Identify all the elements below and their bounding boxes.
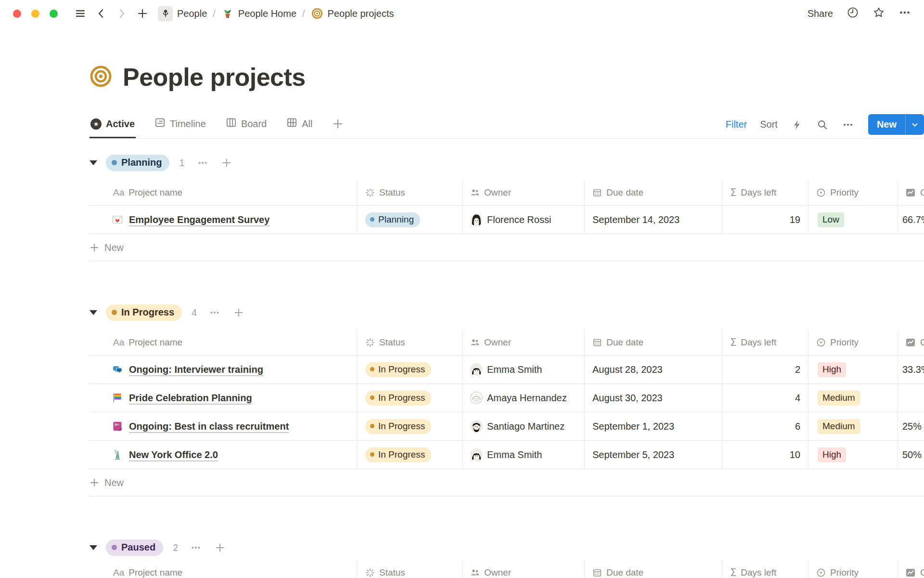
owner-cell[interactable]: Emma Smith bbox=[462, 355, 584, 383]
project-link[interactable]: Employee Engagement Survey bbox=[129, 214, 270, 225]
search-icon[interactable] bbox=[816, 118, 829, 131]
priority-tag[interactable]: Medium bbox=[818, 391, 860, 406]
zoom-button[interactable] bbox=[50, 10, 58, 18]
column-header-name[interactable]: AaProject name bbox=[90, 180, 357, 205]
group-pill-planning[interactable]: Planning bbox=[106, 155, 169, 171]
clock-icon[interactable] bbox=[847, 6, 859, 21]
new-row-button[interactable]: New bbox=[90, 469, 924, 497]
new-button[interactable]: New bbox=[868, 114, 905, 135]
status-cell: In Progress bbox=[357, 441, 462, 469]
project-name-cell: Employee Engagement Survey bbox=[90, 206, 357, 234]
column-header-status[interactable]: Status bbox=[357, 560, 462, 578]
priority-cell: Low bbox=[808, 206, 897, 234]
collapse-triangle-icon[interactable] bbox=[90, 310, 97, 315]
breadcrumb-team[interactable]: People bbox=[177, 8, 207, 19]
column-header-due-date[interactable]: Due date bbox=[584, 180, 722, 205]
group-more-icon[interactable] bbox=[208, 306, 221, 319]
status-pill[interactable]: In Progress bbox=[365, 362, 431, 377]
group-add-icon[interactable] bbox=[214, 541, 226, 554]
column-header-priority[interactable]: Priority bbox=[808, 560, 897, 578]
column-header-name[interactable]: AaProject name bbox=[90, 560, 357, 578]
new-dropdown-icon[interactable] bbox=[905, 114, 924, 135]
close-button[interactable] bbox=[13, 10, 21, 18]
priority-cell: High bbox=[808, 355, 897, 383]
status-pill[interactable]: In Progress bbox=[365, 447, 431, 462]
group-more-icon[interactable] bbox=[190, 541, 202, 554]
group-add-icon[interactable] bbox=[232, 306, 245, 319]
due-date-cell[interactable]: August 30, 2023 bbox=[584, 384, 722, 412]
collapse-triangle-icon[interactable] bbox=[90, 545, 97, 550]
column-header-status[interactable]: Status bbox=[357, 330, 462, 355]
project-link[interactable]: Ongoing: Interviewer training bbox=[129, 364, 263, 375]
column-header-completion[interactable]: Completion bbox=[897, 330, 924, 355]
owner-cell[interactable]: Amaya Hernandez bbox=[462, 384, 584, 412]
priority-tag[interactable]: High bbox=[818, 362, 846, 377]
new-tab-icon[interactable] bbox=[135, 6, 150, 21]
forward-icon[interactable] bbox=[115, 6, 129, 21]
column-header-name[interactable]: AaProject name bbox=[90, 330, 357, 355]
more-options-icon[interactable] bbox=[898, 6, 911, 21]
due-date-cell[interactable]: September 1, 2023 bbox=[584, 412, 722, 440]
filter-button[interactable]: Filter bbox=[726, 119, 747, 130]
column-header-due-date[interactable]: Due date bbox=[584, 560, 722, 578]
page-target-icon[interactable] bbox=[90, 65, 112, 90]
due-date-cell[interactable]: September 14, 2023 bbox=[584, 206, 722, 234]
priority-tag[interactable]: Medium bbox=[818, 419, 860, 434]
status-pill[interactable]: Planning bbox=[365, 212, 420, 227]
tab-board-view[interactable]: Board bbox=[225, 111, 268, 138]
owner-cell[interactable]: Florence Rossi bbox=[462, 206, 584, 234]
column-header-due-date[interactable]: Due date bbox=[584, 330, 722, 355]
star-circle-icon: ★ bbox=[90, 118, 102, 130]
priority-tag[interactable]: High bbox=[818, 447, 846, 462]
favorite-star-icon[interactable] bbox=[873, 6, 885, 21]
new-row-button[interactable]: New bbox=[90, 234, 924, 262]
tab-timeline-view[interactable]: Timeline bbox=[154, 111, 207, 138]
owner-cell[interactable]: Emma Smith bbox=[462, 441, 584, 469]
teamspace-icon[interactable] bbox=[158, 6, 173, 21]
column-header-completion[interactable]: Completion bbox=[897, 560, 924, 578]
add-view-icon[interactable] bbox=[331, 111, 345, 138]
status-pill[interactable]: In Progress bbox=[365, 391, 431, 406]
group-pill-in-progress[interactable]: In Progress bbox=[106, 304, 182, 321]
breadcrumb-home[interactable]: People Home bbox=[238, 8, 296, 19]
automation-bolt-icon[interactable] bbox=[791, 118, 803, 131]
tab-all-view[interactable]: All bbox=[285, 111, 313, 138]
column-header-owner[interactable]: Owner bbox=[462, 180, 584, 205]
column-header-priority[interactable]: Priority bbox=[808, 180, 897, 205]
love-letter-icon bbox=[112, 214, 123, 225]
column-header-priority[interactable]: Priority bbox=[808, 330, 897, 355]
column-header-status[interactable]: Status bbox=[357, 180, 462, 205]
page-title[interactable]: People projects bbox=[123, 63, 306, 92]
priority-tag[interactable]: Low bbox=[818, 212, 844, 227]
sort-button[interactable]: Sort bbox=[760, 119, 778, 130]
owner-cell[interactable]: Santiago Martinez bbox=[462, 412, 584, 440]
group-pill-paused[interactable]: Paused bbox=[106, 539, 163, 556]
column-header-owner[interactable]: Owner bbox=[462, 560, 584, 578]
project-link[interactable]: Pride Celebration Planning bbox=[129, 393, 252, 404]
breadcrumb-page[interactable]: People projects bbox=[328, 8, 394, 19]
column-header-owner[interactable]: Owner bbox=[462, 330, 584, 355]
column-header-days-left[interactable]: ΣDays left bbox=[722, 180, 808, 205]
collapse-triangle-icon[interactable] bbox=[90, 160, 97, 165]
status-pill[interactable]: In Progress bbox=[365, 419, 431, 434]
share-button[interactable]: Share bbox=[808, 8, 833, 19]
column-header-days-left[interactable]: ΣDays left bbox=[722, 330, 808, 355]
tab-active-view[interactable]: ★ Active bbox=[90, 111, 136, 138]
group-add-icon[interactable] bbox=[220, 157, 233, 169]
due-date-cell[interactable]: August 28, 2023 bbox=[584, 355, 722, 383]
menu-icon[interactable] bbox=[73, 6, 88, 21]
column-header-completion[interactable]: Completion bbox=[897, 180, 924, 205]
back-icon[interactable] bbox=[94, 6, 108, 21]
calendar-icon bbox=[592, 338, 602, 347]
status-spinner-icon bbox=[365, 568, 375, 578]
projects-table: AaProject name Status Owner Due date ΣDa… bbox=[90, 330, 924, 497]
completion-cell: 33.3% bbox=[897, 355, 924, 383]
project-link[interactable]: Ongoing: Best in class recruitment bbox=[129, 421, 289, 432]
view-more-icon[interactable] bbox=[842, 118, 854, 131]
minimize-button[interactable] bbox=[31, 10, 39, 18]
due-date-cell[interactable]: September 5, 2023 bbox=[584, 441, 722, 469]
project-link[interactable]: New York Office 2.0 bbox=[129, 449, 218, 460]
days-left-cell: 2 bbox=[722, 355, 808, 383]
group-more-icon[interactable] bbox=[196, 157, 209, 169]
column-header-days-left[interactable]: ΣDays left bbox=[722, 560, 808, 578]
